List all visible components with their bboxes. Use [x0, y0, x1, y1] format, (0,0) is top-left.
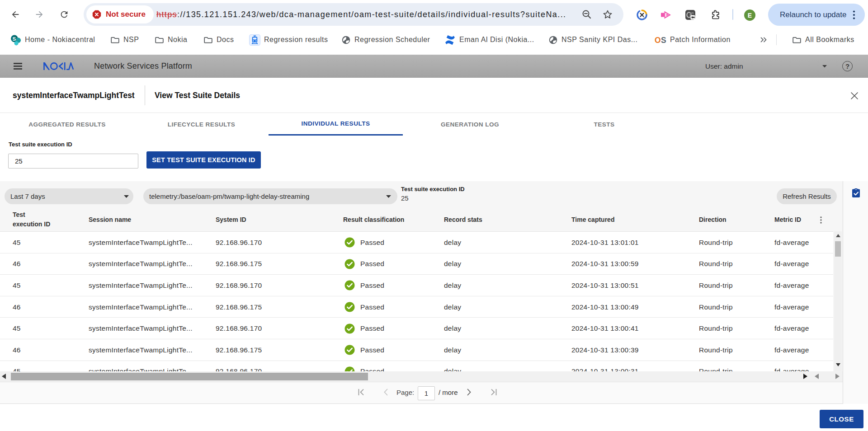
column-header[interactable]: Metric ID: [774, 215, 801, 225]
results-selector-icon[interactable]: [852, 188, 860, 198]
table-horizontal-scrollbar[interactable]: [0, 371, 843, 382]
tab-lifecycle-results[interactable]: LIFECYCLE RESULTS: [134, 113, 269, 136]
cell-direction: Round-trip: [699, 232, 733, 253]
cell-system_id: 92.168.96.170: [216, 275, 262, 296]
table-row[interactable]: 45systemInterfaceTwampLightTe...92.168.9…: [0, 318, 833, 339]
table-row[interactable]: 46systemInterfaceTwampLightTe...92.168.9…: [0, 253, 833, 275]
help-button[interactable]: ?: [842, 61, 853, 71]
column-header[interactable]: System ID: [216, 215, 246, 225]
user-menu-caret-icon[interactable]: [822, 65, 827, 68]
back-icon: [10, 9, 20, 19]
product-name: Network Services Platform: [94, 55, 192, 78]
cell-system_id: 92.168.96.170: [216, 361, 262, 371]
table-row[interactable]: 45systemInterfaceTwampLightTe...92.168.9…: [0, 232, 833, 253]
close-button[interactable]: CLOSE: [820, 410, 863, 428]
bookmark-nokia-folder[interactable]: Nokia: [155, 29, 187, 51]
table-row[interactable]: 46systemInterfaceTwampLightTe...92.168.9…: [0, 296, 833, 318]
cell-result: Passed: [343, 253, 384, 275]
folder-icon: [155, 35, 164, 45]
cell-exec_id: 45: [13, 232, 21, 253]
cell-system_id: 92.168.96.170: [216, 232, 262, 253]
last-page-button[interactable]: [490, 388, 498, 396]
scroll-left-arrow[interactable]: [2, 374, 6, 379]
scroll-down-arrow[interactable]: [836, 363, 840, 366]
security-chip[interactable]: Not secure: [86, 5, 154, 23]
bookmark-nsp-folder[interactable]: NSP: [110, 29, 139, 51]
cell-stats: delay: [444, 275, 461, 296]
bookmark-label: Regression results: [264, 36, 328, 44]
table-row[interactable]: 45systemInterfaceTwampLightTe...92.168.9…: [0, 361, 833, 371]
mini-scroll-right-arrow[interactable]: [835, 374, 840, 379]
reload-button[interactable]: [55, 5, 73, 23]
bookmark-nsp-sanity[interactable]: NSP Sanity KPI Das...: [548, 29, 638, 51]
all-bookmarks-button[interactable]: All Bookmarks: [792, 29, 854, 51]
user-menu[interactable]: User: admin: [705, 55, 743, 78]
stream-select[interactable]: telemetry:/base/oam-pm/twamp-light-delay…: [143, 188, 397, 204]
exec-id-input[interactable]: [8, 154, 138, 169]
bookmark-patch-information[interactable]: O S Patch Information: [655, 29, 731, 51]
bookmark-home-nokiacentral[interactable]: S Home - Nokiacentral: [10, 29, 95, 51]
extensions-menu-button[interactable]: [710, 9, 721, 20]
mini-scroll-left-arrow[interactable]: [815, 374, 819, 379]
menu-button[interactable]: [14, 63, 22, 70]
back-button[interactable]: [6, 5, 24, 23]
column-header[interactable]: Session name: [89, 215, 131, 225]
cell-metric: fd-average: [774, 232, 809, 253]
cell-stats: delay: [444, 232, 461, 253]
sharepoint-icon: S: [10, 34, 21, 46]
table-row[interactable]: 45systemInterfaceTwampLightTe...92.168.9…: [0, 275, 833, 296]
next-page-button[interactable]: [465, 388, 473, 396]
extension-pink-button[interactable]: [660, 9, 671, 20]
app-header: Network Services Platform User: admin: [0, 55, 868, 78]
bookmark-confluence[interactable]: Eman Al Disi (Nokia...: [444, 29, 534, 51]
browser-menu-icon[interactable]: [849, 9, 859, 20]
column-header[interactable]: Result classification: [343, 215, 404, 225]
bookmark-regression-results[interactable]: Regression results: [249, 29, 328, 51]
table-vertical-scrollbar[interactable]: [834, 231, 842, 371]
column-header[interactable]: Direction: [699, 215, 726, 225]
url-text: https://135.121.151.243/web/dca-manageme…: [156, 3, 566, 26]
hscroll-thumb[interactable]: [11, 373, 368, 380]
tab-individual-results[interactable]: INDIVIDUAL RESULTS: [269, 113, 403, 136]
first-page-button[interactable]: [357, 388, 365, 396]
tab-tests[interactable]: TESTS: [537, 113, 671, 136]
column-header[interactable]: Record stats: [444, 215, 482, 225]
zoom-button[interactable]: [581, 9, 592, 20]
relaunch-label: Relaunch to update: [780, 10, 846, 19]
scroll-up-arrow[interactable]: [836, 234, 840, 237]
set-exec-id-button[interactable]: SET TEST SUITE EXECUTION ID: [146, 151, 261, 169]
extension-oc-button[interactable]: [685, 9, 696, 20]
column-header[interactable]: Test execution ID: [13, 210, 54, 229]
os-icon: O S: [655, 35, 666, 44]
refresh-results-button[interactable]: Refresh Results: [777, 188, 837, 204]
cell-stats: delay: [444, 253, 461, 275]
scroll-right-arrow[interactable]: [803, 374, 807, 379]
address-bar[interactable]: Not secure https://135.121.151.243/web/d…: [84, 3, 623, 26]
bookmarks-overflow-button[interactable]: [759, 29, 769, 51]
column-header[interactable]: Time captured: [571, 215, 614, 225]
profile-avatar[interactable]: E: [744, 9, 755, 21]
toolbar-separator: [732, 9, 733, 20]
bookmark-label: Eman Al Disi (Nokia...: [459, 36, 534, 44]
close-view-button[interactable]: [850, 92, 859, 100]
table-row[interactable]: 46systemInterfaceTwampLightTe...92.168.9…: [0, 339, 833, 361]
tab-generation-log[interactable]: GENERATION LOG: [403, 113, 537, 136]
relaunch-button[interactable]: Relaunch to update: [768, 4, 865, 26]
cell-result: Passed: [343, 232, 384, 253]
url-rest: ://135.121.151.243/web/dca-management/oa…: [177, 10, 566, 19]
bookmark-regression-scheduler[interactable]: Regression Scheduler: [341, 29, 430, 51]
tab-aggregated-results[interactable]: AGGREGATED RESULTS: [0, 113, 134, 136]
cell-stats: delay: [444, 339, 461, 361]
prev-page-button[interactable]: [382, 388, 390, 396]
vscroll-thumb[interactable]: [835, 241, 841, 257]
bookmark-docs-folder[interactable]: Docs: [203, 29, 234, 51]
cell-system_id: 92.168.96.175: [216, 253, 262, 275]
forward-button[interactable]: [30, 5, 48, 23]
exec-id-label: Test suite execution ID: [9, 141, 72, 148]
extension-qt-button[interactable]: [637, 9, 647, 20]
page-input[interactable]: [418, 386, 435, 400]
time-range-select[interactable]: Last 7 days: [5, 188, 133, 204]
bookmark-star-button[interactable]: [602, 9, 613, 20]
avatar-initial: E: [748, 12, 752, 19]
column-menu-icon[interactable]: [818, 216, 824, 224]
